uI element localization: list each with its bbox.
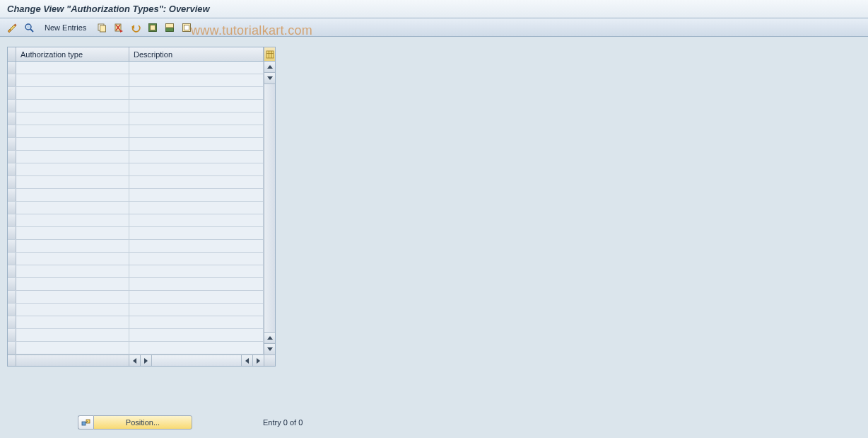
row-selector[interactable] xyxy=(8,227,16,239)
row-selector[interactable] xyxy=(8,74,16,86)
cell-authorization-type[interactable] xyxy=(16,227,129,239)
row-selector[interactable] xyxy=(8,329,16,341)
cell-authorization-type[interactable] xyxy=(16,163,129,175)
table-row xyxy=(8,113,264,125)
cell-description[interactable] xyxy=(129,87,264,99)
undo-button[interactable] xyxy=(128,21,143,35)
row-selector[interactable] xyxy=(8,151,16,163)
cell-authorization-type[interactable] xyxy=(16,151,129,163)
cell-description[interactable] xyxy=(129,329,264,341)
cell-authorization-type[interactable] xyxy=(16,74,129,86)
row-selector[interactable] xyxy=(8,113,16,125)
cell-authorization-type[interactable] xyxy=(16,265,129,277)
hscroll-track[interactable] xyxy=(152,355,241,366)
row-selector[interactable] xyxy=(8,253,16,265)
cell-description[interactable] xyxy=(129,138,264,150)
row-selector[interactable] xyxy=(8,291,16,303)
toggle-display-change-button[interactable] xyxy=(4,21,20,35)
row-selector[interactable] xyxy=(8,87,16,99)
position-icon-button[interactable] xyxy=(78,415,93,430)
cell-description[interactable] xyxy=(129,214,264,226)
scroll-up-button[interactable] xyxy=(264,62,275,73)
deselect-all-button[interactable] xyxy=(179,21,194,35)
delete-button[interactable] xyxy=(111,21,127,35)
cell-authorization-type[interactable] xyxy=(16,189,129,201)
row-selector[interactable] xyxy=(8,214,16,226)
cell-description[interactable] xyxy=(129,202,264,214)
cell-authorization-type[interactable] xyxy=(16,202,129,214)
cell-description[interactable] xyxy=(129,74,264,86)
cell-description[interactable] xyxy=(129,125,264,137)
row-selector[interactable] xyxy=(8,189,16,201)
column-header-description[interactable]: Description xyxy=(129,47,264,61)
row-selector[interactable] xyxy=(8,176,16,188)
cell-description[interactable] xyxy=(129,62,264,74)
cell-authorization-type[interactable] xyxy=(16,316,129,328)
details-button[interactable] xyxy=(21,21,37,35)
cell-description[interactable] xyxy=(129,163,264,175)
copy-as-button[interactable] xyxy=(94,21,110,35)
cell-description[interactable] xyxy=(129,151,264,163)
cell-description[interactable] xyxy=(129,227,264,239)
table-row xyxy=(8,240,264,253)
cell-authorization-type[interactable] xyxy=(16,87,129,99)
column-header-authorization-type[interactable]: Authorization type xyxy=(16,47,129,61)
cell-authorization-type[interactable] xyxy=(16,291,129,303)
cell-description[interactable] xyxy=(129,189,264,201)
cell-description[interactable] xyxy=(129,253,264,265)
cell-description[interactable] xyxy=(129,176,264,188)
cell-authorization-type[interactable] xyxy=(16,342,129,354)
hscroll-left-inner-button[interactable] xyxy=(129,355,141,366)
row-selector[interactable] xyxy=(8,316,16,328)
row-selector[interactable] xyxy=(8,138,16,150)
cell-authorization-type[interactable] xyxy=(16,113,129,125)
cell-description[interactable] xyxy=(129,291,264,303)
position-button[interactable]: Position... xyxy=(93,415,192,430)
table-row xyxy=(8,342,264,355)
configure-columns-button[interactable] xyxy=(264,47,275,61)
cell-description[interactable] xyxy=(129,278,264,290)
cell-authorization-type[interactable] xyxy=(16,253,129,265)
hscroll-right-inner-button[interactable] xyxy=(141,355,152,366)
vertical-scrollbar[interactable] xyxy=(264,62,275,355)
new-entries-button[interactable]: New Entries xyxy=(38,21,93,35)
cell-authorization-type[interactable] xyxy=(16,125,129,137)
select-block-button[interactable] xyxy=(162,21,177,35)
cell-description[interactable] xyxy=(129,316,264,328)
cell-description[interactable] xyxy=(129,100,264,112)
svg-rect-5 xyxy=(100,25,106,32)
row-selector[interactable] xyxy=(8,342,16,354)
select-all-button[interactable] xyxy=(145,21,160,35)
cell-authorization-type[interactable] xyxy=(16,62,129,74)
row-selector[interactable] xyxy=(8,240,16,252)
cell-authorization-type[interactable] xyxy=(16,176,129,188)
scroll-up-step-button[interactable] xyxy=(264,73,275,84)
row-selector[interactable] xyxy=(8,265,16,277)
cell-description[interactable] xyxy=(129,342,264,354)
cell-authorization-type[interactable] xyxy=(16,304,129,316)
row-selector[interactable] xyxy=(8,278,16,290)
row-selector[interactable] xyxy=(8,202,16,214)
cell-authorization-type[interactable] xyxy=(16,138,129,150)
triangle-right-icon xyxy=(257,358,260,364)
scroll-down-button[interactable] xyxy=(264,343,275,355)
cell-description[interactable] xyxy=(129,304,264,316)
cell-description[interactable] xyxy=(129,265,264,277)
cell-authorization-type[interactable] xyxy=(16,214,129,226)
hscroll-left-button[interactable] xyxy=(241,355,252,366)
scroll-down-step-button[interactable] xyxy=(264,332,275,343)
cell-description[interactable] xyxy=(129,113,264,125)
cell-authorization-type[interactable] xyxy=(16,278,129,290)
select-all-header[interactable] xyxy=(8,47,16,61)
row-selector[interactable] xyxy=(8,100,16,112)
row-selector[interactable] xyxy=(8,163,16,175)
hscroll-corner xyxy=(264,355,275,366)
cell-authorization-type[interactable] xyxy=(16,100,129,112)
cell-description[interactable] xyxy=(129,240,264,252)
hscroll-right-button[interactable] xyxy=(252,355,264,366)
row-selector[interactable] xyxy=(8,125,16,137)
cell-authorization-type[interactable] xyxy=(16,329,129,341)
cell-authorization-type[interactable] xyxy=(16,240,129,252)
row-selector[interactable] xyxy=(8,62,16,74)
row-selector[interactable] xyxy=(8,304,16,316)
